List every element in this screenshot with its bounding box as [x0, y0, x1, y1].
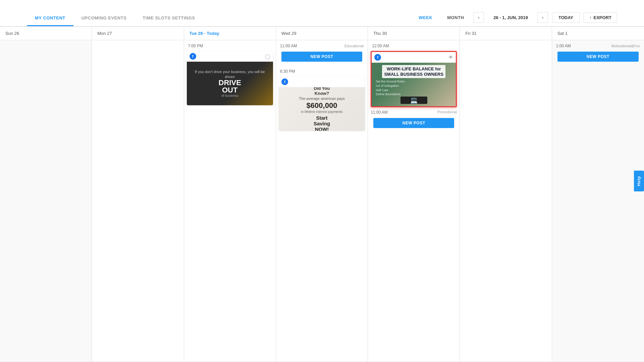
wed29-time2: 6:30 PM [280, 69, 295, 74]
wed29-card-image: Did YouKnow? The average american pays $… [279, 87, 365, 131]
view-month-button[interactable]: MONTH [442, 13, 469, 22]
tue28-card-top: f ◯ [187, 51, 273, 62]
export-icon: ↑ [589, 15, 592, 20]
export-button[interactable]: ↑ EXPORT [584, 12, 617, 23]
header-tue28: Tue 28 - Today [184, 27, 276, 40]
sat1-category: Motivational&Fun [611, 44, 640, 48]
cell-mon27 [92, 40, 184, 362]
wed29-new-post-button[interactable]: NEW POST [281, 52, 362, 62]
header-sun26: Sun 26 [0, 27, 92, 40]
thu30-bottom-category: Promotional [437, 110, 457, 115]
calendar-body: 7:00 PM f ◯ If you don't drive your busi… [0, 40, 644, 362]
tab-upcoming-events[interactable]: UPCOMING EVENTS [73, 0, 135, 26]
calendar-header: Sun 26 Mon 27 Tue 28 - Today Wed 29 Thu … [0, 27, 644, 40]
thu30-card-icons: 👁 [448, 55, 453, 60]
today-button[interactable]: TODAY [552, 12, 580, 23]
saving-detail: in lifetime interest payments [301, 110, 343, 114]
export-label: EXPORT [594, 15, 611, 20]
thu30-card-image: WORK-LIFE BALANCE forSMALL BUSINESS OWNE… [372, 63, 456, 106]
header-wed29: Wed 29 [276, 27, 368, 40]
wed29-time-row1: 11:00 AM Educational [276, 40, 368, 50]
help-button[interactable]: Help [634, 171, 644, 191]
tue28-time: 7:00 PM [188, 44, 203, 48]
thu30-post-card[interactable]: f 👁 WORK-LIFE BALANCE forSMALL BUSINESS … [371, 51, 457, 107]
cell-tue28: 7:00 PM f ◯ If you don't drive your busi… [184, 40, 276, 362]
thu30-card-top: f 👁 [372, 52, 456, 63]
tue28-post-card[interactable]: f ◯ If you don't drive your business, yo… [187, 51, 273, 105]
sat1-time-row: 1:00 AM Motivational&Fun [552, 40, 644, 50]
nav-prev-button[interactable]: ‹ [473, 12, 484, 23]
tab-time-slots[interactable]: TIME SLOTS SETTINGS [135, 0, 203, 26]
thu30-time: 12:00 AM [372, 44, 389, 48]
cell-thu30: 12:00 AM f 👁 WORK-LIFE BALANCE forSMALL … [368, 40, 460, 362]
cell-sat1: 1:00 AM Motivational&Fun NEW POST [552, 40, 644, 362]
thu30-fb-icon: f [374, 54, 381, 61]
date-range-label: 26 - 1, JUN, 2019 [488, 13, 533, 22]
sat1-new-post-button[interactable]: NEW POST [557, 52, 639, 62]
cell-sun26 [0, 40, 92, 362]
wl-laptop-graphic: 💻 [400, 97, 427, 104]
header-mon27: Mon 27 [92, 27, 184, 40]
sat1-time: 1:00 AM [556, 44, 571, 48]
wed29-card-top: f [279, 76, 365, 87]
tabs-bar: MY CONTENT UPCOMING EVENTS TIME SLOTS SE… [0, 0, 644, 27]
calendar: Sun 26 Mon 27 Tue 28 - Today Wed 29 Thu … [0, 27, 644, 362]
saving-caption: The average american pays [299, 97, 344, 101]
nav-next-button[interactable]: › [537, 12, 548, 23]
thu30-time-row: 12:00 AM [368, 40, 460, 50]
thu30-bottom-time: 11:00 AM [371, 110, 388, 115]
drive-big-text: DRIVEOUT [219, 79, 241, 94]
wed29-time-row2: 6:30 PM [276, 66, 368, 75]
wl-title-text: WORK-LIFE BALANCE forSMALL BUSINESS OWNE… [382, 65, 445, 78]
thu30-bottom-row: 11:00 AM Promotional [368, 109, 460, 116]
drive-quote-text: If you don't drive your business, you wi… [190, 69, 270, 79]
tue28-time-row: 7:00 PM [184, 40, 276, 50]
tabs-right: WEEK MONTH ‹ 26 - 1, JUN, 2019 › TODAY ↑… [413, 12, 617, 26]
wed29-category1: Educational [344, 44, 364, 48]
cell-fri31 [460, 40, 552, 362]
tabs-left: MY CONTENT UPCOMING EVENTS TIME SLOTS SE… [27, 0, 203, 26]
cell-wed29: 11:00 AM Educational NEW POST 6:30 PM f [276, 40, 368, 362]
header-sat1: Sat 1 [552, 27, 644, 40]
thu30-new-post-button[interactable]: NEW POST [373, 118, 454, 128]
view-week-button[interactable]: WEEK [413, 13, 438, 22]
wl-content: Set the Ground Rules Act of Delegation S… [374, 79, 453, 96]
eye-icon: 👁 [448, 55, 453, 60]
tue28-card-icons: ◯ [265, 54, 270, 59]
saving-did-you-know: Did YouKnow? [314, 87, 330, 96]
tue28-card-image: If you don't drive your business, you wi… [187, 62, 273, 105]
tab-my-content[interactable]: MY CONTENT [27, 0, 73, 26]
wed29-fb-icon: f [281, 78, 288, 85]
tue28-fb-icon: f [190, 53, 196, 60]
drive-sub-text: of business [221, 94, 238, 98]
wed29-time1: 11:00 AM [280, 44, 297, 48]
message-icon: ◯ [265, 54, 270, 59]
saving-cta: StartSavingNOW! [314, 115, 330, 131]
wed29-post-card[interactable]: f Did YouKnow? The average american pays… [279, 76, 365, 131]
laptop-emoji: 💻 [410, 97, 418, 104]
header-thu30: Thu 30 [368, 27, 460, 40]
header-fri31: Fri 31 [460, 27, 552, 40]
saving-amount: $600,000 [307, 101, 337, 110]
